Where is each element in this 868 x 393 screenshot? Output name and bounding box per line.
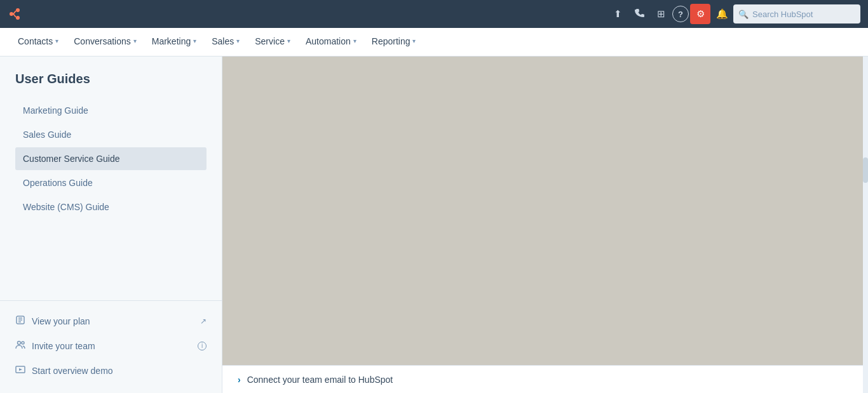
- hubspot-logo[interactable]: [8, 6, 23, 22]
- nav-item-contacts[interactable]: Contacts ▾: [10, 28, 66, 56]
- nav-label-sales: Sales: [212, 36, 234, 46]
- nav-label-contacts: Contacts: [18, 36, 53, 46]
- nav-item-service[interactable]: Service ▾: [247, 28, 298, 56]
- search-input[interactable]: [752, 10, 855, 19]
- nav-label-reporting: Reporting: [372, 36, 410, 46]
- settings-icon[interactable]: ⚙: [690, 4, 710, 24]
- chevron-down-icon: ▾: [55, 37, 58, 44]
- sidebar-item-marketing-guide[interactable]: Marketing Guide: [15, 99, 207, 122]
- external-link-icon: ↗: [200, 317, 207, 326]
- nav-item-conversations[interactable]: Conversations ▾: [66, 28, 144, 56]
- chevron-right-icon: ›: [238, 375, 241, 385]
- svg-line-3: [13, 11, 16, 14]
- sidebar-bottom: View your plan ↗ Invite your team i: [0, 300, 222, 393]
- search-bar[interactable]: 🔍: [733, 4, 860, 23]
- start-overview-demo-item[interactable]: Start overview demo: [10, 358, 212, 383]
- content-panel: [222, 57, 863, 365]
- sidebar-title: User Guides: [15, 72, 207, 86]
- main-nav: Contacts ▾ Conversations ▾ Marketing ▾ S…: [0, 28, 868, 57]
- sidebar-item-website-cms-guide[interactable]: Website (CMS) Guide: [15, 196, 207, 218]
- start-overview-demo-label: Start overview demo: [32, 366, 113, 376]
- chevron-down-icon: ▾: [412, 37, 416, 44]
- nav-item-automation[interactable]: Automation ▾: [298, 28, 364, 56]
- svg-point-6: [18, 342, 21, 345]
- connect-bar-label: Connect your team email to HubSpot: [247, 375, 393, 385]
- svg-point-0: [16, 8, 20, 12]
- svg-line-4: [13, 14, 16, 17]
- connect-bar[interactable]: › Connect your team email to HubSpot: [222, 365, 863, 393]
- view-your-plan-item[interactable]: View your plan ↗: [10, 309, 212, 333]
- upgrade-icon[interactable]: ⬆: [607, 4, 628, 24]
- sidebar-item-sales-guide[interactable]: Sales Guide: [15, 123, 207, 146]
- info-icon: i: [198, 342, 207, 350]
- calls-icon[interactable]: [629, 4, 649, 24]
- svg-point-2: [10, 12, 13, 16]
- search-icon: 🔍: [738, 10, 749, 19]
- help-icon[interactable]: ?: [672, 6, 689, 22]
- nav-label-automation: Automation: [306, 36, 351, 46]
- nav-label-service: Service: [255, 36, 285, 46]
- nav-label-marketing: Marketing: [152, 36, 191, 46]
- team-icon: [15, 340, 25, 352]
- top-nav-left: [8, 6, 28, 22]
- main-content: › Connect your team email to HubSpot: [222, 57, 863, 393]
- svg-point-1: [16, 16, 20, 20]
- invite-your-team-item[interactable]: Invite your team i: [10, 333, 212, 358]
- chevron-down-icon: ▾: [236, 37, 240, 44]
- svg-marker-9: [19, 368, 22, 371]
- plan-icon: [15, 315, 25, 327]
- view-your-plan-label: View your plan: [32, 316, 90, 326]
- nav-label-conversations: Conversations: [74, 36, 131, 46]
- nav-item-marketing[interactable]: Marketing ▾: [144, 28, 204, 56]
- svg-point-7: [22, 342, 24, 344]
- sidebar-item-operations-guide[interactable]: Operations Guide: [15, 171, 207, 194]
- nav-item-sales[interactable]: Sales ▾: [204, 28, 247, 56]
- sidebar-item-customer-service-guide[interactable]: Customer Service Guide: [15, 147, 207, 170]
- chevron-down-icon: ▾: [287, 37, 290, 44]
- sidebar-top: User Guides Marketing Guide Sales Guide …: [0, 57, 222, 220]
- notifications-icon[interactable]: 🔔: [712, 4, 732, 24]
- chevron-down-icon: ▾: [133, 37, 137, 44]
- nav-item-reporting[interactable]: Reporting ▾: [364, 28, 424, 56]
- top-nav-icons: ⬆ ⊞ ? ⚙ 🔔 🔍: [607, 4, 860, 24]
- chevron-down-icon: ▾: [193, 37, 196, 44]
- invite-your-team-label: Invite your team: [32, 341, 95, 351]
- chevron-down-icon: ▾: [353, 37, 356, 44]
- demo-icon: [15, 364, 25, 376]
- sidebar: User Guides Marketing Guide Sales Guide …: [0, 57, 222, 393]
- content-area: User Guides Marketing Guide Sales Guide …: [0, 57, 868, 393]
- top-nav-bar: ⬆ ⊞ ? ⚙ 🔔 🔍: [0, 0, 868, 28]
- marketplace-icon[interactable]: ⊞: [651, 4, 671, 24]
